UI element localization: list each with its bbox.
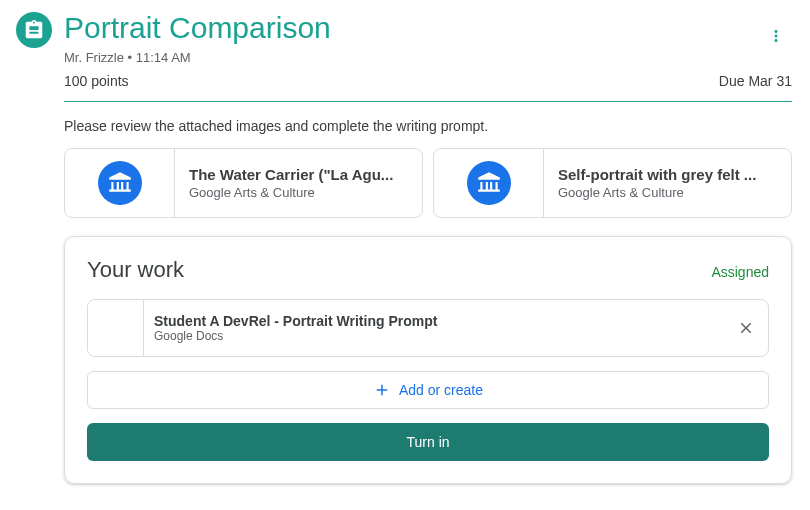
- add-or-create-label: Add or create: [399, 382, 483, 398]
- turn-in-button[interactable]: Turn in: [87, 423, 769, 461]
- attachment-card[interactable]: Self-portrait with grey felt ... Google …: [433, 148, 792, 218]
- assignment-status: Assigned: [711, 264, 769, 280]
- attachment-title: The Water Carrier ("La Agu...: [189, 166, 393, 183]
- page-title: Portrait Comparison: [64, 10, 794, 46]
- attachment-thumb: [434, 149, 544, 217]
- instructions-text: Please review the attached images and co…: [0, 102, 810, 148]
- plus-icon: [373, 381, 391, 399]
- time-label: 11:14 AM: [136, 50, 191, 65]
- points-label: 100 points: [64, 73, 129, 89]
- arts-culture-icon: [98, 161, 142, 205]
- work-file-title: Student A DevRel - Portrait Writing Prom…: [154, 313, 714, 329]
- file-thumb: [88, 300, 144, 356]
- arts-culture-icon: [467, 161, 511, 205]
- due-date-label: Due Mar 31: [719, 73, 792, 89]
- your-work-card: Your work Assigned Student A DevRel - Po…: [64, 236, 792, 484]
- attachment-card[interactable]: The Water Carrier ("La Agu... Google Art…: [64, 148, 423, 218]
- more-options-button[interactable]: [758, 18, 794, 54]
- attachment-title: Self-portrait with grey felt ...: [558, 166, 756, 183]
- author-label: Mr. Frizzle: [64, 50, 124, 65]
- attachment-source: Google Arts & Culture: [189, 185, 393, 200]
- remove-file-button[interactable]: [724, 319, 768, 337]
- your-work-heading: Your work: [87, 257, 184, 283]
- add-or-create-button[interactable]: Add or create: [87, 371, 769, 409]
- more-vert-icon: [767, 27, 785, 45]
- work-file-item[interactable]: Student A DevRel - Portrait Writing Prom…: [87, 299, 769, 357]
- byline: Mr. Frizzle • 11:14 AM: [64, 50, 794, 65]
- attachment-source: Google Arts & Culture: [558, 185, 756, 200]
- work-file-source: Google Docs: [154, 329, 714, 343]
- attachment-thumb: [65, 149, 175, 217]
- close-icon: [737, 319, 755, 337]
- assignment-icon: [16, 12, 52, 48]
